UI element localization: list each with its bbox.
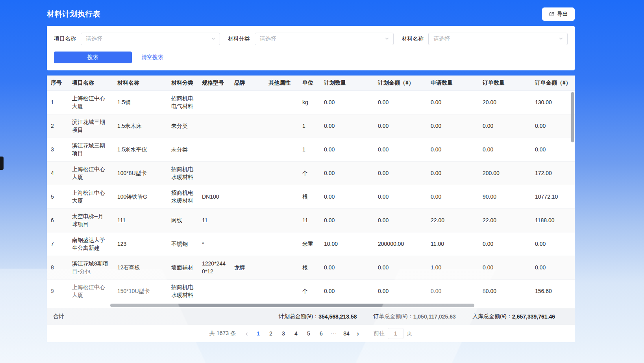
- table-cell: [265, 256, 298, 279]
- table-cell: 80.00: [479, 279, 531, 303]
- table-cell: 0.00: [479, 114, 531, 138]
- table-cell: 0.00: [531, 256, 575, 279]
- table-cell: 0.00: [427, 114, 479, 138]
- table-cell: 0.00: [320, 114, 374, 138]
- table-cell: 111: [113, 208, 167, 232]
- table-cell: 11.00: [427, 232, 479, 256]
- page-button-84[interactable]: 84: [341, 328, 352, 339]
- table-cell: [198, 161, 230, 185]
- pager-more[interactable]: ···: [328, 328, 340, 339]
- table-cell: 0.00: [479, 138, 531, 161]
- table-cell: 200000.00: [374, 232, 427, 256]
- table-row[interactable]: 7南钢盛达大学生公寓新建123不锈钢*米重10.00200000.0011.00…: [47, 232, 575, 256]
- table-cell: 1.5钢: [113, 90, 167, 114]
- material-plan-table: 序号项目名称材料名称材料分类规格型号品牌其他属性单位计划数量计划金额（¥）申请数…: [47, 76, 575, 303]
- page-button-2[interactable]: 2: [265, 328, 277, 339]
- table-cell: 11: [298, 208, 320, 232]
- pager-next-button[interactable]: ›: [352, 328, 363, 339]
- pager-prev-button[interactable]: ‹: [241, 328, 252, 339]
- material-category-select[interactable]: 请选择: [255, 33, 394, 45]
- table-cell: 招商机电水暖材料: [167, 279, 198, 303]
- page-button-4[interactable]: 4: [290, 328, 302, 339]
- table-cell: 0.00: [427, 185, 479, 208]
- page-button-3[interactable]: 3: [278, 328, 289, 339]
- table-cell: 未分类: [167, 138, 198, 161]
- page-button-1[interactable]: 1: [252, 328, 264, 339]
- table-cell: 0.00: [374, 161, 427, 185]
- horizontal-scrollbar-thumb[interactable]: [110, 304, 474, 307]
- search-button[interactable]: 搜索: [54, 52, 132, 63]
- export-icon: [549, 11, 554, 17]
- table-row[interactable]: 9上海松江中心大厦150*10U型卡招商机电水暖材料个0.000.000.008…: [47, 279, 575, 303]
- table-cell: 滨江花城三期项目: [68, 138, 113, 161]
- table-row[interactable]: 8滨江花城8期项目-分包12石膏板墙面辅材1220*2440*12龙牌根0.00…: [47, 256, 575, 279]
- table-cell: 1188.00: [531, 208, 575, 232]
- table-cell: 0.00: [479, 232, 531, 256]
- table-cell: 0.00: [320, 185, 374, 208]
- table-cell: 172.00: [531, 161, 575, 185]
- filter-actions: 搜索 清空搜索: [54, 52, 568, 63]
- table-cell: [198, 114, 230, 138]
- pagination-bar: 共 1673 条 ‹ 123456···84 › 前往 页: [47, 325, 575, 342]
- table-cell: 0.00: [374, 185, 427, 208]
- project-name-select[interactable]: 请选择: [81, 33, 220, 45]
- inbound-total-label: 入库总金额(¥)：: [472, 313, 512, 320]
- filter-group-project: 项目名称 请选择: [54, 33, 220, 45]
- table-row[interactable]: 4上海松江中心大厦100*8U型卡招商机电水暖材料个0.000.000.0020…: [47, 161, 575, 185]
- export-button[interactable]: 导出: [542, 7, 575, 21]
- table-cell: kg: [298, 90, 320, 114]
- table-cell: 2: [47, 114, 68, 138]
- table-cell: 招商机电水暖材料: [167, 161, 198, 185]
- table-cell: [265, 279, 298, 303]
- table-row[interactable]: 1上海松江中心大厦1.5钢招商机电电气材料kg0.000.000.0020.00…: [47, 90, 575, 114]
- table-cell: 200.00: [479, 161, 531, 185]
- table-cell: 南钢盛达大学生公寓新建: [68, 232, 113, 256]
- table-cell: 0.00: [374, 208, 427, 232]
- material-name-placeholder: 请选择: [433, 35, 450, 42]
- table-cell: 0.00: [531, 232, 575, 256]
- table-cell: 滨江花城8期项目-分包: [68, 256, 113, 279]
- table-cell: 1: [47, 90, 68, 114]
- page-button-5[interactable]: 5: [303, 328, 315, 339]
- table-cell: 0.00: [427, 161, 479, 185]
- page-button-6[interactable]: 6: [315, 328, 327, 339]
- table-cell: 0.00: [374, 279, 427, 303]
- table-row[interactable]: 5上海松江中心大厦100铸铁管G招商机电水暖材料DN100根0.000.000.…: [47, 185, 575, 208]
- table-row[interactable]: 3滨江花城三期项目1.5米水平仪未分类10.000.000.000.000.00: [47, 138, 575, 161]
- chevron-down-icon: [559, 35, 563, 42]
- table-cell: 0.00: [531, 138, 575, 161]
- table-row[interactable]: 2滨江花城三期项目1.5米木床未分类10.000.000.000.000.00: [47, 114, 575, 138]
- table-cell: 招商机电水暖材料: [167, 185, 198, 208]
- table-cell: 0.00: [320, 256, 374, 279]
- vertical-scrollbar-thumb[interactable]: [571, 92, 574, 142]
- clear-search-link[interactable]: 清空搜索: [141, 54, 163, 61]
- summary-total-label: 合计: [53, 313, 64, 320]
- table-cell: 龙牌: [230, 256, 265, 279]
- sidebar-collapse-handle[interactable]: [0, 157, 4, 170]
- table-cell: [265, 114, 298, 138]
- filter-row: 项目名称 请选择 材料分类 请选择 材料名称 请选择: [54, 33, 568, 45]
- table-cell: [265, 185, 298, 208]
- column-header: 项目名称: [68, 76, 113, 90]
- order-total-label: 订单总金额(¥)：: [374, 313, 413, 320]
- table-cell: [230, 138, 265, 161]
- table-cell: 156.60: [531, 279, 575, 303]
- table-cell: [198, 138, 230, 161]
- table-cell: 未分类: [167, 114, 198, 138]
- table-cell: [265, 90, 298, 114]
- inbound-total-value: 2,657,339,761.46: [512, 313, 555, 320]
- order-total-amount: 订单总金额(¥)： 1,050,117,025.63: [374, 313, 456, 320]
- column-header: 计划金额（¥）: [374, 76, 427, 90]
- table-cell: [230, 90, 265, 114]
- table-cell: 不锈钢: [167, 232, 198, 256]
- column-header: 订单数量: [479, 76, 531, 90]
- table-row[interactable]: 6太空电梯--月球项目111网线11110.000.0022.0022.0011…: [47, 208, 575, 232]
- material-name-select[interactable]: 请选择: [428, 33, 568, 45]
- goto-page-input[interactable]: [388, 328, 403, 339]
- table-cell: 招商机电电气材料: [167, 90, 198, 114]
- horizontal-scrollbar[interactable]: [47, 304, 575, 307]
- data-table-card: 序号项目名称材料名称材料分类规格型号品牌其他属性单位计划数量计划金额（¥）申请数…: [47, 76, 575, 308]
- table-cell: 1220*2440*12: [198, 256, 230, 279]
- table-cell: 100铸铁管G: [113, 185, 167, 208]
- table-cell: 0.00: [320, 279, 374, 303]
